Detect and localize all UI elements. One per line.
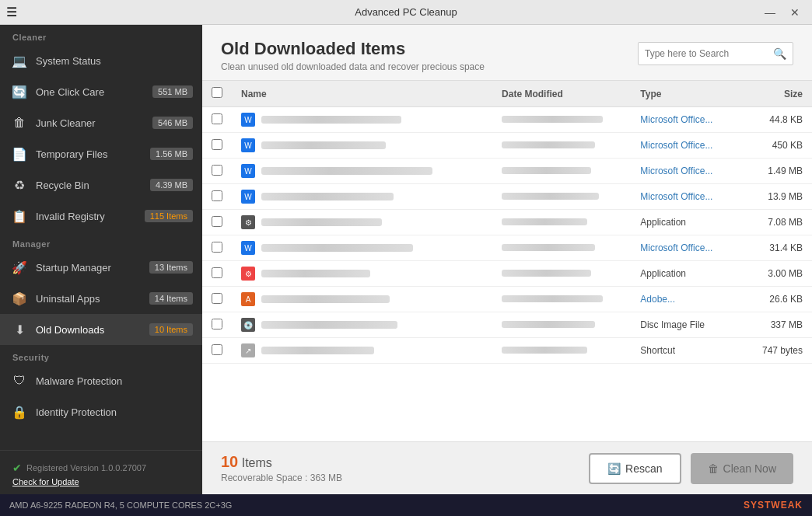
file-table: Name Date Modified Type Size W [202,81,812,364]
row-checkbox[interactable] [212,139,222,150]
file-name-blurred [261,218,382,226]
file-type-icon: ↗ [241,343,255,357]
file-icon-char: W [244,244,251,253]
row-checkbox[interactable] [212,319,222,329]
file-icon-char: W [244,116,251,124]
main-footer: 10 Items Recoverable Space : 363 MB 🔄 Re… [202,441,812,494]
file-name-block: 💿 [241,318,483,332]
sidebar-item-junk-cleaner[interactable]: 🗑 Junk Cleaner 546 MB [0,107,202,138]
search-input[interactable] [645,48,773,59]
date-blurred [502,347,587,354]
window-controls: — ✕ [759,5,806,20]
row-type-cell: Application [631,210,751,235]
file-name-block: W [241,164,483,178]
sidebar-item-recycle-bin[interactable]: ♻ Recycle Bin 4.39 MB [0,169,202,200]
row-checkbox[interactable] [212,190,222,201]
row-checkbox[interactable] [212,267,222,278]
main-header-left: Old Downloaded Items Clean unused old do… [221,39,485,72]
check-update-link[interactable]: Check for Update [12,477,79,486]
file-icon-char: 💿 [243,321,253,329]
date-blurred [502,167,591,174]
sidebar-item-temporary-files[interactable]: 📄 Temporary Files 1.56 MB [0,138,202,169]
sidebar-item-startup-manager[interactable]: 🚀 Startup Manager 13 Items [0,252,202,283]
file-type-label: Shortcut [640,345,675,356]
row-checkbox-cell [202,133,232,159]
row-checkbox[interactable] [212,216,222,227]
row-type-cell: Microsoft Office... [631,159,751,184]
sidebar-item-invalid-registry[interactable]: 📋 Invalid Registry 115 Items [0,200,202,232]
rescan-button[interactable]: 🔄 Rescan [589,453,681,484]
minimize-button[interactable]: — [759,5,781,20]
row-size-cell: 450 KB [751,133,812,159]
date-blurred [502,270,591,277]
clean-now-button[interactable]: 🗑 Clean Now [691,453,793,484]
sidebar-item-identity-protection[interactable]: 🔒 Identity Protection [0,396,202,427]
row-checkbox-cell [202,107,232,133]
file-type-label: Microsoft Office... [640,242,712,253]
row-size-cell: 13.9 MB [751,184,812,210]
file-type-label: Microsoft Office... [640,114,712,125]
sidebar-item-uninstall-apps[interactable]: 📦 Uninstall Apps 14 Items [0,283,202,314]
row-date-cell [492,210,631,235]
row-date-cell [492,287,631,312]
sidebar-item-label: Invalid Registry [36,211,137,222]
row-date-cell [492,159,631,184]
sidebar-badge: 10 Items [149,323,193,336]
date-blurred [502,321,595,328]
sidebar-item-system-status[interactable]: 💻 System Status [0,45,202,76]
row-checkbox-cell [202,235,232,261]
file-name-blurred [261,116,401,124]
sidebar-item-label: Identity Protection [36,406,193,418]
malware-protection-icon: 🛡 [11,372,28,389]
sidebar-badge: 14 Items [149,292,193,305]
select-all-checkbox[interactable] [212,87,222,98]
file-type-icon: W [241,164,255,178]
row-size-cell: 7.08 MB [751,210,812,235]
footer-info: 10 Items Recoverable Space : 363 MB [221,453,342,483]
menu-icon[interactable]: ☰ [6,5,17,19]
file-type-icon: W [241,190,255,204]
sidebar-item-label: Recycle Bin [36,180,142,191]
row-checkbox[interactable] [212,293,222,304]
sidebar-item-label: Malware Protection [36,375,193,387]
row-checkbox[interactable] [212,165,222,176]
table-header: Name Date Modified Type Size [202,81,812,107]
clean-label: Clean Now [723,462,776,475]
row-type-cell: Application [631,261,751,287]
trash-icon: 🗑 [708,462,719,475]
file-name-block: ⚙ [241,267,483,281]
row-checkbox[interactable] [212,113,222,124]
row-checkbox[interactable] [212,344,222,355]
sidebar-section-security: Security [0,345,202,365]
close-button[interactable]: ✕ [784,5,806,20]
sidebar-badge: 1.56 MB [150,148,193,160]
sidebar-item-malware-protection[interactable]: 🛡 Malware Protection [0,365,202,396]
uninstall-apps-icon: 📦 [11,290,28,307]
search-icon[interactable]: 🔍 [773,47,786,60]
file-type-label: Disc Image File [640,319,705,330]
sidebar-item-one-click-care[interactable]: 🔄 One Click Care 551 MB [0,76,202,107]
file-name-blurred [261,141,386,149]
app-body: Cleaner 💻 System Status 🔄 One Click Care… [0,25,812,494]
table-row: W Microsoft Office... 1.49 MB [202,159,812,184]
search-box[interactable]: 🔍 [638,42,793,65]
row-checkbox[interactable] [212,242,222,253]
row-name-cell: ⚙ [232,210,492,235]
row-type-cell: Microsoft Office... [631,184,751,210]
registered-check: ✔ Registered Version 1.0.0.27007 [12,462,190,474]
footer-buttons: 🔄 Rescan 🗑 Clean Now [589,453,793,484]
row-date-cell [492,107,631,133]
table-row: W Microsoft Office... 13.9 MB [202,184,812,210]
identity-protection-icon: 🔒 [11,403,28,420]
file-size: 26.6 KB [769,294,803,305]
sidebar-item-label: Uninstall Apps [36,293,142,305]
file-icon-char: A [246,295,251,304]
sidebar-item-label: Junk Cleaner [36,117,145,129]
file-type-label: Microsoft Office... [640,191,712,202]
sidebar: Cleaner 💻 System Status 🔄 One Click Care… [0,25,202,494]
table-row: ↗ Shortcut 747 bytes [202,338,812,364]
file-size: 747 bytes [762,345,803,356]
file-icon-char: W [244,193,251,201]
sidebar-item-old-downloads[interactable]: ⬇ Old Downloads 10 Items [0,314,202,345]
row-name-cell: W [232,159,492,184]
